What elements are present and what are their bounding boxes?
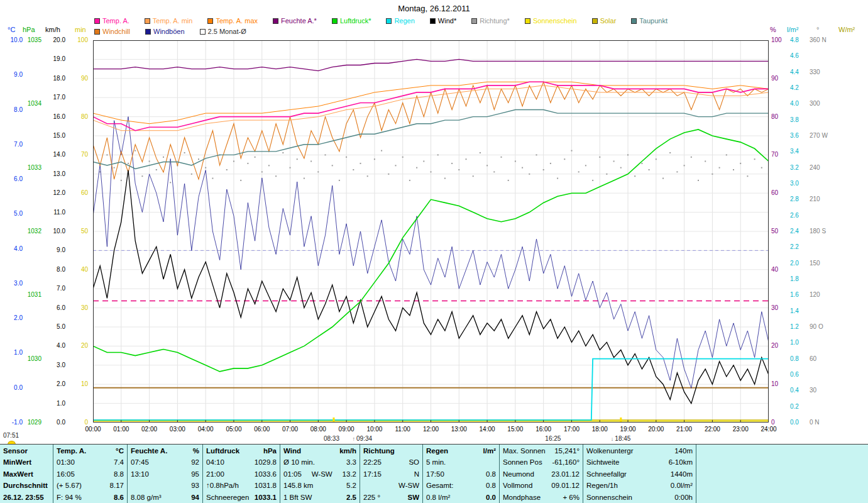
- legend-label: Temp. A. max: [216, 17, 258, 25]
- axis-unit-min: min: [75, 26, 86, 33]
- axis-tick: 16.0: [53, 114, 65, 120]
- legend-swatch-icon: [430, 18, 436, 24]
- chart-plot-area[interactable]: [93, 40, 769, 423]
- stats-label: Wolkenuntergr: [586, 445, 634, 456]
- dot-richtung: [346, 157, 347, 158]
- page-title: Montag, 26.12.2011: [0, 4, 868, 13]
- legend-swatch-icon: [94, 18, 100, 24]
- stats-label: Luftdruck: [206, 445, 239, 456]
- stats-label: 07:45: [131, 456, 149, 468]
- dot-richtung: [515, 161, 516, 162]
- axis-tick: 60: [81, 190, 88, 196]
- dot-richtung: [458, 169, 459, 170]
- legend-label: Richtung*: [480, 17, 510, 25]
- axis-tick: 40: [771, 267, 778, 273]
- legend-label: Windböen: [153, 28, 185, 35]
- stats-value: 1033.1: [255, 492, 277, 503]
- axis-tick: 0.2: [790, 404, 799, 410]
- dot-richtung: [332, 165, 333, 166]
- stats-value: + 6%: [563, 492, 580, 503]
- axis-tick: 80: [771, 114, 778, 120]
- legend-item: Wind*: [430, 17, 456, 25]
- dot-richtung: [135, 150, 136, 152]
- legend-row-1: Temp. A.Temp. A. minTemp. A. maxFeuchte …: [94, 17, 667, 25]
- axis-tick: 30: [771, 305, 778, 311]
- dot-richtung: [754, 158, 755, 160]
- axis-tick: 80: [81, 114, 88, 120]
- dot-richtung: [599, 157, 600, 158]
- stats-label: Mondphase: [503, 492, 541, 503]
- stats-cell: 17:500.8: [426, 468, 496, 480]
- axis-tick: 4.0: [14, 246, 23, 252]
- axis-tick: 3.0: [790, 180, 799, 187]
- stats-cell: Durchschnitt: [3, 480, 50, 491]
- stats-label: Regen: [426, 445, 448, 456]
- axis-tick: 100: [771, 37, 782, 43]
- dot-richtung: [325, 154, 326, 155]
- stats-value: 6-10km: [669, 456, 693, 468]
- stats-value: 93: [191, 480, 199, 491]
- legend-label: Windchill: [102, 28, 130, 35]
- axis-unit-kmh: km/h: [45, 26, 60, 33]
- stats-value: 94: [191, 492, 199, 503]
- legend-item: Temp. A.: [94, 17, 129, 25]
- x-axis-tick-label: 12:00: [419, 426, 444, 433]
- stats-label: Temp. A.: [57, 445, 86, 456]
- event-time-label: 08:33: [324, 435, 339, 442]
- dot-richtung: [740, 163, 741, 164]
- dot-richtung: [156, 169, 157, 170]
- axis-tick: 20: [81, 343, 88, 349]
- legend-item: 2.5 Monat-Ø: [200, 28, 246, 35]
- sun-tick-icon: [620, 417, 622, 423]
- weather-station-window: Montag, 26.12.2011 Temp. A.Temp. A. minT…: [0, 0, 868, 503]
- stats-label: MinWert: [3, 456, 31, 468]
- stats-label: 22:25: [363, 456, 382, 468]
- dot-richtung: [255, 157, 256, 158]
- stats-col-regen: Regenl/m²5 min.17:500.8Gesamt:0.80.8 l/m…: [423, 445, 500, 503]
- stats-value: W-SW: [398, 480, 419, 491]
- stats-value: 1440m: [671, 468, 693, 480]
- stats-value: N: [414, 468, 419, 480]
- stats-value: 23.01.12: [551, 468, 580, 480]
- axis-tick: 1.0: [790, 340, 799, 346]
- legend-label: Feuchte A.*: [281, 17, 317, 25]
- axis-tick: 40: [81, 267, 88, 273]
- stats-cell: Schneefallgr1440m: [586, 468, 693, 480]
- stats-value: 13.2: [343, 468, 356, 480]
- legend-item: Solar: [592, 17, 617, 25]
- axis-unit-wm2: W/m²: [838, 26, 855, 33]
- legend-label: Temp. A.: [102, 17, 129, 25]
- moon-icon: ↑: [353, 436, 356, 442]
- stats-cell: Schneeregen1033.1: [206, 492, 277, 503]
- twilight-time-label: 07:51: [3, 432, 19, 439]
- dot-richtung: [261, 171, 263, 172]
- stats-value: SO: [409, 456, 419, 468]
- dot-richtung: [493, 171, 495, 172]
- x-axis-tick-label: 03:00: [165, 426, 190, 433]
- axis-tick: 30: [810, 387, 816, 394]
- axis-tick: 13.0: [53, 171, 65, 177]
- dot-richtung: [613, 161, 615, 162]
- stats-col-feuchte: Feuchte A.%07:459213:1095938.08 g/m³94: [128, 445, 203, 503]
- dot-richtung: [486, 165, 488, 166]
- axis-kmh: 20.019.018.017.016.015.014.013.012.011.0…: [47, 40, 65, 423]
- stats-cell: Ø 10 min.3.3: [283, 456, 356, 468]
- legend-swatch-icon: [207, 18, 213, 24]
- stats-value: 1031.8: [255, 480, 277, 491]
- axis-tick: 5.0: [57, 324, 65, 330]
- legend-swatch-icon: [200, 29, 206, 35]
- dot-richtung: [128, 163, 129, 164]
- stats-label: Neumond: [503, 468, 534, 480]
- legend-item: Regen: [386, 17, 414, 25]
- axis-unit-deg: °: [816, 26, 819, 33]
- x-axis-tick-label: 22:00: [700, 426, 725, 433]
- axis-tick: 270 W: [810, 133, 828, 139]
- stats-label: 17:15: [363, 468, 382, 480]
- legend-swatch-icon: [273, 18, 278, 24]
- axis-tick: 20.0: [53, 37, 65, 43]
- stats-cell: Windkm/h: [283, 445, 356, 456]
- stats-col-sensor: SensorMinWertMaxWertDurchschnitt26.12. 2…: [0, 445, 53, 503]
- stats-cell: 8.08 g/m³94: [131, 492, 199, 503]
- dot-richtung: [529, 174, 530, 175]
- axis-tick: 3.0: [14, 280, 23, 287]
